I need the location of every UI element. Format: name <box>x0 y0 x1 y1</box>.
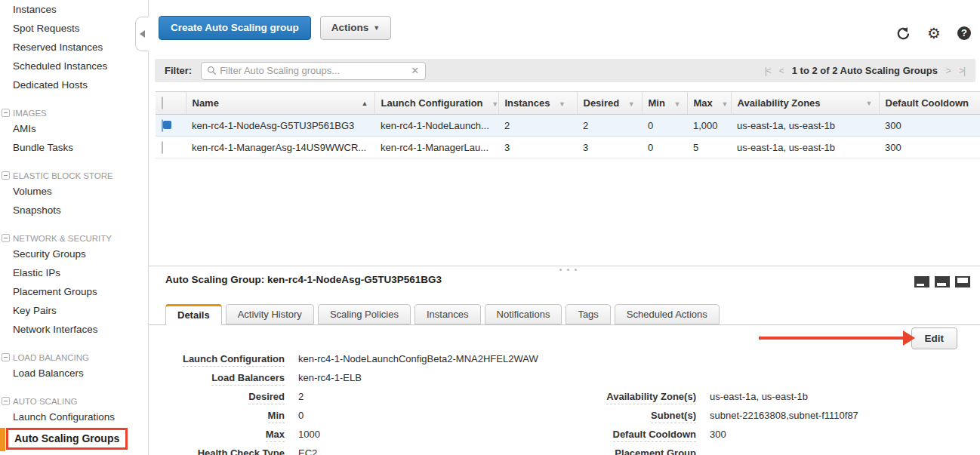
sidebar-item-network-interfaces[interactable]: Network Interfaces <box>0 320 148 339</box>
sidebar-item-launch-configurations[interactable]: Launch Configurations <box>0 407 148 426</box>
cell-launch-configuration[interactable]: ken-rc4-1-ManagerLau... <box>374 137 498 158</box>
cell-desired[interactable]: 3 <box>577 137 642 158</box>
sidebar-item-amis[interactable]: AMIs <box>0 119 148 138</box>
pagination-prev-icon[interactable]: < <box>779 66 784 76</box>
table-header-row: Name ▲ Launch Configuration ▼ Instances … <box>156 92 980 115</box>
sidebar-section-network-security[interactable]: NETWORK & SECURITY <box>0 232 148 244</box>
sidebar-item-reserved-instances[interactable]: Reserved Instances <box>0 38 148 57</box>
pagination-last-icon[interactable]: >| <box>959 66 965 76</box>
filter-input[interactable] <box>217 65 411 76</box>
cell-name[interactable]: ken-rc4-1-NodeAsg-G5TU3P561BG3 <box>186 115 374 137</box>
cell-instances[interactable]: 2 <box>498 115 577 137</box>
cell-max[interactable]: 1,000 <box>687 115 731 137</box>
cell-launch-configuration[interactable]: ken-rc4-1-NodeLaunch... <box>374 115 498 137</box>
sidebar-section-load-balancing[interactable]: LOAD BALANCING <box>0 352 148 364</box>
cell-min[interactable]: 0 <box>642 137 687 158</box>
sidebar-item-security-groups[interactable]: Security Groups <box>0 244 148 263</box>
row-checkbox-checked[interactable] <box>162 119 163 132</box>
pagination-next-icon[interactable]: > <box>946 66 951 76</box>
sidebar-item-dedicated-hosts[interactable]: Dedicated Hosts <box>0 75 148 94</box>
cell-default-cooldown[interactable]: 300 <box>879 137 980 158</box>
column-header-instances[interactable]: Instances ▼ <box>498 92 577 115</box>
column-header-max[interactable]: Max ▼ <box>687 92 731 115</box>
collapse-section-icon <box>2 171 10 180</box>
sidebar-item-placement-groups[interactable]: Placement Groups <box>0 282 148 301</box>
section-label: ELASTIC BLOCK STORE <box>13 171 113 180</box>
row-select-cell[interactable] <box>156 137 186 158</box>
sidebar-collapse-handle[interactable] <box>135 17 149 51</box>
tab-scheduled-actions[interactable]: Scheduled Actions <box>615 304 720 324</box>
cell-instances[interactable]: 3 <box>498 137 577 158</box>
sidebar-section-ebs[interactable]: ELASTIC BLOCK STORE <box>0 170 148 182</box>
pane-bottom-large-icon[interactable] <box>955 276 970 287</box>
row-select-cell[interactable] <box>156 115 186 137</box>
annotation-red-box: Auto Scaling Groups <box>6 428 128 450</box>
drag-handle-icon[interactable] <box>559 269 577 271</box>
refresh-icon[interactable] <box>896 26 911 41</box>
field-load-balancers: Load Balancers ken-rc4-1-ELB <box>156 372 538 391</box>
column-label: Availability Zones <box>738 97 821 109</box>
sidebar-item-auto-scaling-groups[interactable]: Auto Scaling Groups <box>0 428 148 451</box>
search-box[interactable]: ✕ <box>201 62 426 80</box>
detail-tabs: Details Activity History Scaling Policie… <box>165 304 720 325</box>
cell-name[interactable]: ken-rc4-1-ManagerAsg-14US9WWCR... <box>186 137 374 158</box>
row-checkbox[interactable] <box>162 141 163 154</box>
sidebar-item-instances[interactable]: Instances <box>0 0 148 19</box>
tab-instances[interactable]: Instances <box>414 304 481 324</box>
field-value: ken-rc4-1-ELB <box>298 372 362 383</box>
sort-menu-icon: ▼ <box>628 100 635 108</box>
cell-availability-zones[interactable]: us-east-1a, us-east-1b <box>731 115 879 137</box>
field-max: Max 1000 <box>156 429 538 447</box>
field-availability-zones: Availability Zone(s) us-east-1a, us-east… <box>529 391 858 410</box>
cell-max[interactable]: 5 <box>687 137 731 158</box>
sidebar-section-images[interactable]: IMAGES <box>0 107 148 119</box>
column-header-launch-configuration[interactable]: Launch Configuration ▼ <box>374 92 498 115</box>
column-header-name[interactable]: Name ▲ <box>186 92 374 115</box>
collapse-section-icon <box>2 234 10 242</box>
sidebar-section-auto-scaling[interactable]: AUTO SCALING <box>0 395 148 407</box>
help-icon[interactable]: ? <box>957 26 971 40</box>
sidebar-item-elastic-ips[interactable]: Elastic IPs <box>0 263 148 282</box>
sidebar-item-bundle-tasks[interactable]: Bundle Tasks <box>0 138 148 157</box>
tab-tags[interactable]: Tags <box>566 304 610 324</box>
tab-notifications[interactable]: Notifications <box>485 304 562 324</box>
field-label: Desired <box>156 391 285 402</box>
sidebar-item-scheduled-instances[interactable]: Scheduled Instances <box>0 57 148 75</box>
cell-min[interactable]: 0 <box>642 115 687 137</box>
gear-icon[interactable]: ⚙ <box>927 26 941 41</box>
column-header-default-cooldown[interactable]: Default Cooldown <box>879 92 980 115</box>
sidebar-item-volumes[interactable]: Volumes <box>0 182 148 201</box>
select-all-header[interactable] <box>156 92 186 115</box>
sidebar-item-snapshots[interactable]: Snapshots <box>0 201 148 220</box>
cell-default-cooldown[interactable]: 300 <box>879 115 980 137</box>
sort-asc-icon: ▲ <box>362 100 368 107</box>
sort-menu-icon: ▼ <box>492 100 498 108</box>
column-header-min[interactable]: Min ▼ <box>642 92 687 115</box>
column-header-desired[interactable]: Desired ▼ <box>577 92 642 115</box>
field-value: ken-rc4-1-NodeLaunchConfigBeta2-MNA2HFEL… <box>298 353 538 364</box>
field-value: 2 <box>298 391 304 402</box>
pane-bottom-small-icon[interactable] <box>914 276 929 287</box>
pane-bottom-half-icon[interactable] <box>935 276 950 287</box>
cell-availability-zones[interactable]: us-east-1a, us-east-1b <box>731 137 879 158</box>
select-all-checkbox[interactable] <box>162 97 163 109</box>
sort-menu-icon: ▼ <box>721 100 728 108</box>
tab-scaling-policies[interactable]: Scaling Policies <box>318 304 411 324</box>
table-row[interactable]: ken-rc4-1-NodeAsg-G5TU3P561BG3 ken-rc4-1… <box>156 115 980 137</box>
pagination-first-icon[interactable]: |< <box>765 66 771 76</box>
tab-activity-history[interactable]: Activity History <box>226 304 314 324</box>
create-auto-scaling-group-button[interactable]: Create Auto Scaling group <box>159 16 311 40</box>
cell-desired[interactable]: 2 <box>577 115 642 137</box>
table-row[interactable]: ken-rc4-1-ManagerAsg-14US9WWCR... ken-rc… <box>156 137 980 158</box>
filter-bar: Filter: ✕ |< < 1 to 2 of 2 Auto Scaling … <box>155 59 975 82</box>
clear-filter-icon[interactable]: ✕ <box>411 65 419 76</box>
edit-button[interactable]: Edit <box>911 327 958 349</box>
sidebar-item-load-balancers[interactable]: Load Balancers <box>0 364 148 383</box>
section-label: AUTO SCALING <box>13 397 77 406</box>
actions-button[interactable]: Actions▼ <box>320 16 391 40</box>
sidebar-item-key-pairs[interactable]: Key Pairs <box>0 301 148 320</box>
column-header-availability-zones[interactable]: Availability Zones ▼ <box>731 92 879 115</box>
collapse-section-icon <box>2 397 10 405</box>
sidebar-item-spot-requests[interactable]: Spot Requests <box>0 19 148 38</box>
tab-details[interactable]: Details <box>165 304 222 325</box>
